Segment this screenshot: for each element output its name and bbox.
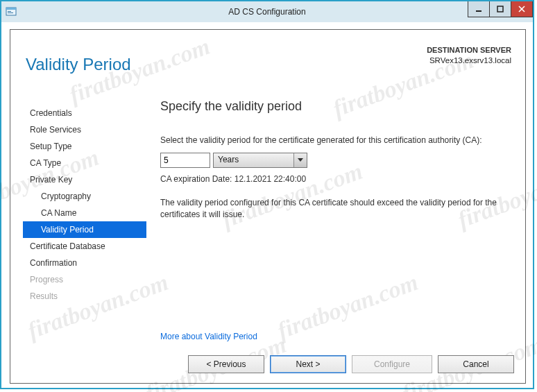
sidebar-item-setup-type[interactable]: Setup Type bbox=[23, 138, 146, 155]
maximize-button[interactable] bbox=[489, 1, 511, 17]
content-area: Specify the validity period Select the v… bbox=[160, 99, 511, 344]
validity-field-row: Years bbox=[160, 153, 511, 168]
destination-server-label: DESTINATION SERVER bbox=[427, 45, 511, 56]
more-about-link[interactable]: More about Validity Period bbox=[160, 332, 257, 341]
destination-server-block: DESTINATION SERVER SRVex13.exsrv13.local bbox=[427, 45, 511, 66]
sidebar-item-cryptography[interactable]: Cryptography bbox=[23, 188, 146, 205]
validity-unit-value: Years bbox=[214, 153, 293, 167]
sidebar-item-validity-period[interactable]: Validity Period bbox=[23, 221, 146, 238]
cancel-button[interactable]: Cancel bbox=[438, 355, 514, 373]
destination-server-value: SRVex13.exsrv13.local bbox=[427, 56, 511, 67]
previous-button[interactable]: < Previous bbox=[188, 355, 264, 373]
titlebar: AD CS Configuration bbox=[1, 1, 533, 22]
window-frame: AD CS Configuration firatboyan.com firat… bbox=[0, 0, 534, 389]
sidebar-item-progress: Progress bbox=[23, 271, 146, 288]
sidebar-item-confirmation[interactable]: Confirmation bbox=[23, 255, 146, 271]
wizard-sidebar: CredentialsRole ServicesSetup TypeCA Typ… bbox=[23, 105, 146, 305]
wizard-panel: firatboyan.com firatboyan.com firatboyan… bbox=[10, 29, 526, 384]
svg-rect-5 bbox=[497, 6, 503, 12]
app-icon bbox=[6, 6, 17, 17]
svg-marker-8 bbox=[298, 158, 303, 162]
chevron-down-icon bbox=[293, 153, 307, 167]
next-button[interactable]: Next > bbox=[270, 355, 346, 373]
svg-rect-2 bbox=[8, 11, 11, 12]
sidebar-item-role-services[interactable]: Role Services bbox=[23, 121, 146, 138]
configure-button: Configure bbox=[352, 355, 432, 373]
validity-unit-select[interactable]: Years bbox=[213, 153, 307, 168]
content-instruction: Select the validity period for the certi… bbox=[160, 135, 511, 146]
sidebar-item-credentials[interactable]: Credentials bbox=[23, 105, 146, 121]
window-title: AD CS Configuration bbox=[1, 7, 533, 17]
sidebar-item-results: Results bbox=[23, 288, 146, 305]
sidebar-item-certificate-database[interactable]: Certificate Database bbox=[23, 238, 146, 255]
close-button[interactable] bbox=[511, 1, 533, 17]
minimize-button[interactable] bbox=[468, 1, 490, 17]
sidebar-item-ca-type[interactable]: CA Type bbox=[23, 155, 146, 171]
sidebar-item-ca-name[interactable]: CA Name bbox=[23, 205, 146, 221]
content-heading: Specify the validity period bbox=[160, 99, 511, 114]
svg-rect-1 bbox=[6, 8, 16, 10]
sidebar-item-private-key[interactable]: Private Key bbox=[23, 171, 146, 188]
svg-rect-3 bbox=[8, 12, 13, 13]
wizard-button-row: < Previous Next > Configure Cancel bbox=[188, 355, 514, 373]
page-heading: Validity Period bbox=[26, 55, 131, 74]
validity-note-text: The validity period configured for this … bbox=[160, 197, 511, 219]
expiration-date-text: CA expiration Date: 12.1.2021 22:40:00 bbox=[160, 173, 511, 185]
validity-value-input[interactable] bbox=[160, 153, 210, 168]
svg-rect-4 bbox=[476, 10, 481, 12]
